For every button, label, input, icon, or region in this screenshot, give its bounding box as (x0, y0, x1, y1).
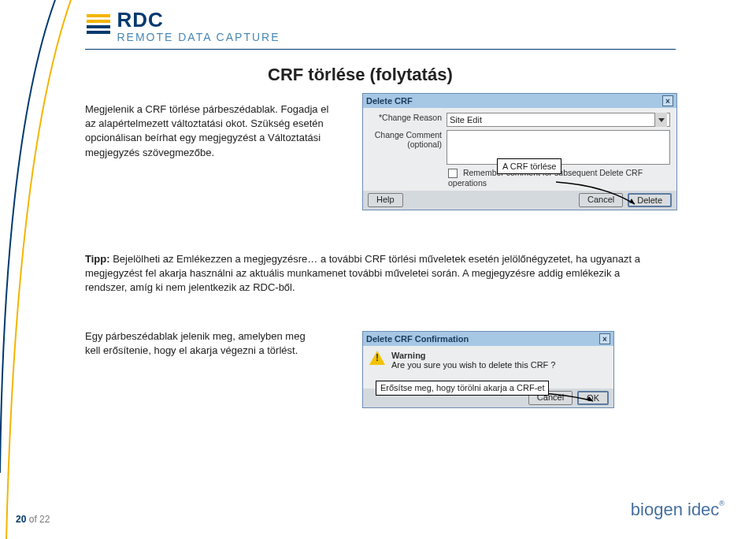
header-divider (85, 49, 676, 50)
confirmation-paragraph: Egy párbeszédablak jelenik meg, amelyben… (85, 329, 321, 358)
close-icon[interactable]: × (662, 95, 673, 106)
annotation-box-2: Erősítse meg, hogy törölni akarja a CRF-… (376, 381, 549, 396)
page-number: 20 of 22 (16, 514, 50, 525)
page-total: 22 (39, 514, 50, 525)
logo-text-main: RDC (117, 8, 280, 32)
chevron-down-icon[interactable] (654, 113, 667, 127)
logo: RDC REMOTE DATA CAPTURE (87, 8, 280, 44)
brand-footer: biogen idec® (631, 500, 724, 520)
help-button[interactable]: Help (368, 193, 403, 207)
decorative-curves (0, 0, 79, 539)
change-reason-select[interactable]: Site Edit (447, 113, 670, 127)
close-icon[interactable]: × (599, 333, 610, 344)
annotation-box-1: A CRF törlése (497, 158, 561, 174)
remember-checkbox[interactable] (448, 169, 458, 178)
dialog2-title: Delete CRF Confirmation (366, 334, 469, 344)
change-reason-label: *Change Reason (369, 113, 447, 122)
intro-paragraph: Megjelenik a CRF törlése párbeszédablak.… (85, 102, 329, 160)
warning-body: Are you sure you wish to delete this CRF… (391, 360, 555, 370)
change-reason-value: Site Edit (450, 115, 482, 125)
page-current: 20 (16, 514, 26, 525)
warning-icon (369, 351, 385, 365)
delete-crf-dialog: Delete CRF × *Change Reason Site Edit Ch… (362, 93, 677, 210)
page-title: CRF törlése (folytatás) (268, 65, 453, 85)
dialog1-title: Delete CRF (366, 96, 413, 106)
annotation-arrow-1 (556, 179, 643, 210)
tip-paragraph: Tipp: Bejelölheti az Emlékezzen a megjeg… (85, 252, 660, 296)
change-comment-label: Change Comment (optional) (369, 130, 447, 149)
logo-text-sub: REMOTE DATA CAPTURE (117, 31, 280, 43)
page-of: of (29, 514, 37, 525)
tip-label: Tipp: (85, 253, 110, 265)
brand-text: biogen idec (631, 500, 720, 519)
warning-heading: Warning (391, 351, 555, 360)
tip-text: Bejelölheti az Emlékezzen a megjegyzésre… (85, 253, 640, 293)
delete-confirmation-dialog: Delete CRF Confirmation × Warning Are yo… (362, 331, 614, 408)
